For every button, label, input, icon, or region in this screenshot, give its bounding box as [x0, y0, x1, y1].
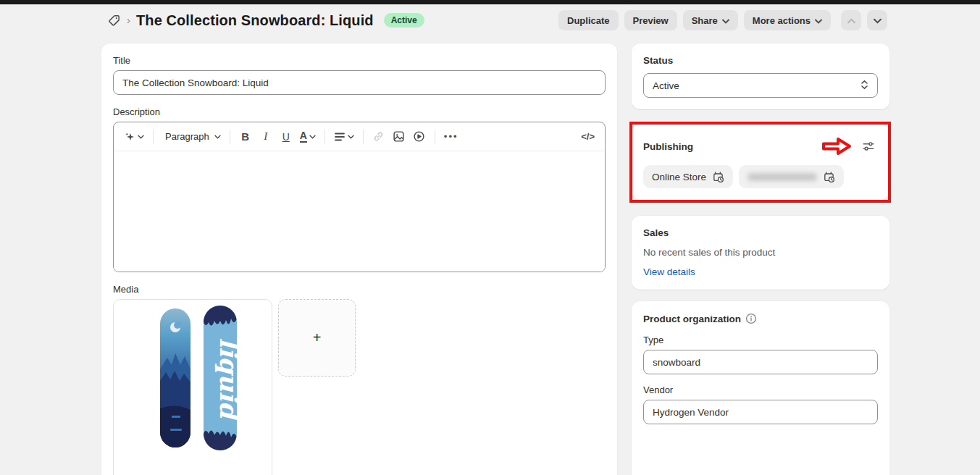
calendar-clock-icon: [712, 171, 724, 183]
breadcrumb: › The Collection Snowboard: Liquid Activ…: [107, 12, 424, 29]
top-window-bar: [0, 0, 980, 4]
product-details-card: Title Description Paragraph: [101, 43, 617, 475]
publishing-card: Publishing Online Store: [632, 125, 889, 200]
editor-toolbar: Paragraph B I U A: [114, 122, 605, 151]
info-icon[interactable]: [745, 313, 757, 324]
snowboard-image: liquid: [114, 300, 272, 475]
sales-heading: Sales: [643, 227, 878, 238]
status-card: Status Active: [632, 43, 889, 109]
status-select[interactable]: Active: [643, 73, 878, 98]
chevron-down-icon: [722, 15, 729, 26]
title-input[interactable]: [113, 70, 606, 95]
chevron-up-icon: [847, 15, 855, 26]
breadcrumb-separator-icon: ›: [127, 14, 130, 26]
more-actions-button[interactable]: More actions: [744, 10, 831, 30]
previous-product-button[interactable]: [841, 10, 861, 30]
toolbar-divider: [153, 130, 154, 144]
share-button[interactable]: Share: [683, 10, 738, 30]
toolbar-divider: [435, 130, 435, 144]
page-title: The Collection Snowboard: Liquid: [136, 12, 374, 29]
underline-button[interactable]: U: [277, 127, 296, 147]
italic-button[interactable]: I: [256, 127, 275, 147]
redacted-channel-button[interactable]: [739, 165, 844, 188]
product-detail-page: › The Collection Snowboard: Liquid Activ…: [0, 0, 980, 475]
chevron-down-icon: [815, 15, 822, 26]
paragraph-style-dropdown[interactable]: Paragraph: [159, 127, 224, 147]
status-badge: Active: [384, 13, 424, 28]
show-html-button[interactable]: </>: [578, 127, 598, 147]
insert-video-button[interactable]: [410, 127, 429, 147]
type-label: Type: [643, 335, 878, 345]
next-product-button[interactable]: [867, 10, 887, 30]
red-arrow-annotation-icon: [821, 136, 852, 156]
view-details-link[interactable]: View details: [643, 266, 695, 277]
ai-magic-button[interactable]: [121, 127, 147, 147]
online-store-channel-button[interactable]: Online Store: [643, 165, 733, 188]
media-label: Media: [113, 284, 606, 295]
product-tag-icon[interactable]: [107, 14, 121, 28]
status-heading: Status: [643, 55, 878, 66]
product-media-thumbnail[interactable]: liquid: [113, 299, 272, 475]
chevron-down-icon: [874, 15, 881, 26]
vendor-label: Vendor: [643, 384, 878, 395]
publishing-settings-button[interactable]: [859, 136, 878, 156]
type-input[interactable]: [643, 350, 878, 374]
toolbar-divider: [324, 130, 325, 144]
text-color-button[interactable]: A: [297, 127, 319, 147]
add-media-button[interactable]: +: [278, 299, 356, 377]
header-actions: Duplicate Preview Share More actions: [558, 10, 887, 30]
title-label: Title: [113, 55, 606, 66]
insert-link-button[interactable]: [369, 127, 388, 147]
plus-icon: +: [313, 329, 322, 346]
main-column: Title Description Paragraph: [101, 43, 617, 475]
redacted-channel-name: [747, 173, 817, 181]
media-section: Media: [113, 284, 606, 475]
board-brand-text: liquid: [214, 337, 243, 420]
toolbar-divider: [230, 130, 230, 144]
bold-button[interactable]: B: [236, 127, 255, 147]
organization-heading: Product organization: [643, 314, 741, 324]
title-section: Title: [113, 55, 606, 95]
page-header: › The Collection Snowboard: Liquid Activ…: [107, 10, 887, 30]
calendar-clock-icon: [823, 171, 835, 183]
insert-image-button[interactable]: [390, 127, 409, 147]
vendor-input[interactable]: [643, 400, 878, 424]
duplicate-button[interactable]: Duplicate: [558, 10, 619, 30]
publishing-heading: Publishing: [643, 141, 821, 152]
description-textarea[interactable]: [114, 151, 605, 272]
product-organization-card: Product organization Type Vendor: [632, 301, 889, 475]
more-formatting-button[interactable]: •••: [441, 127, 461, 147]
select-caret-icon: [860, 80, 868, 92]
publishing-card-wrapper: Publishing Online Store: [632, 125, 889, 200]
description-label: Description: [113, 106, 606, 117]
toolbar-divider: [363, 130, 364, 144]
preview-button[interactable]: Preview: [624, 10, 677, 30]
description-section: Description Paragraph B: [113, 106, 606, 272]
sales-empty-message: No recent sales of this product: [643, 247, 878, 258]
alignment-button[interactable]: [331, 127, 357, 147]
status-select-value: Active: [653, 80, 679, 91]
sales-card: Sales No recent sales of this product Vi…: [632, 216, 889, 290]
rich-text-editor: Paragraph B I U A: [113, 122, 606, 272]
sidebar-column: Status Active Publishing: [632, 43, 889, 475]
